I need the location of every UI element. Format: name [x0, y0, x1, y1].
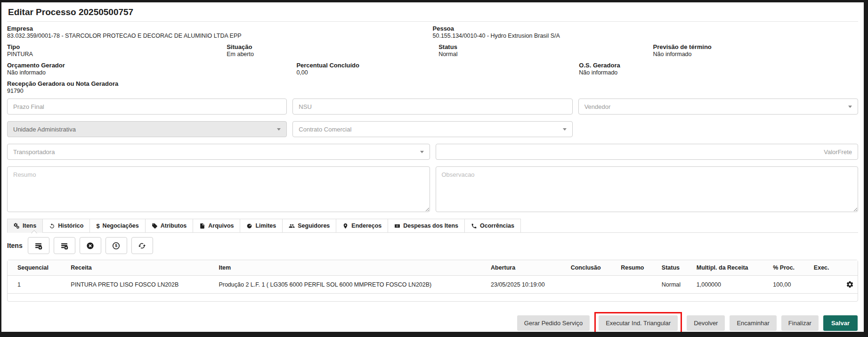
items-heading: Itens — [7, 242, 23, 249]
cogs-icon — [14, 223, 20, 229]
cell-status: Normal — [658, 276, 693, 294]
resumo-textarea[interactable] — [7, 166, 430, 212]
previsao-label: Previsão de término — [653, 43, 858, 50]
recepcao-label: Recepção Geradora ou Nota Geradora — [7, 80, 858, 87]
transportadora-select[interactable]: Transportadora — [7, 144, 430, 160]
col-sequencial: Sequencial — [8, 260, 67, 276]
status-label: Status — [438, 43, 653, 50]
edit-process-page: Editar Processo 20250500757 Empresa 83.0… — [1, 2, 864, 332]
col-exec: Exec. — [810, 260, 858, 276]
valor-frete-input[interactable] — [436, 144, 859, 160]
recepcao-value: 91790 — [7, 88, 858, 95]
tab-itens[interactable]: Itens — [7, 219, 43, 233]
cell-exec — [810, 276, 858, 294]
process-info: Empresa 83.032.359/0001-78 - STARCOLOR P… — [7, 25, 858, 95]
tab-seguidores-label: Seguidores — [298, 222, 330, 229]
encaminhar-button[interactable]: Encaminhar — [730, 315, 776, 331]
vendedor-select[interactable]: Vendedor — [578, 99, 858, 115]
items-table: Sequencial Receita Item Abertura Conclus… — [8, 260, 858, 294]
prazo-final-input[interactable] — [7, 99, 287, 115]
os-geradora-value: Não informado — [579, 69, 858, 76]
tab-ocorrencias[interactable]: Ocorrências — [464, 219, 521, 233]
items-table-panel: Sequencial Receita Item Abertura Conclus… — [7, 260, 858, 302]
field-orcamento-gerador: Orçamento Gerador Não informado — [7, 62, 296, 76]
money-icon — [394, 223, 400, 229]
tab-despesas-dos-itens[interactable]: Despesas dos Itens — [388, 219, 465, 233]
empresa-label: Empresa — [7, 25, 433, 32]
unidade-administrativa-select[interactable]: Unidade Administrativa — [7, 121, 287, 137]
field-percentual-concluido: Percentual Concluído 0,00 — [296, 62, 579, 76]
add-rows-icon — [60, 242, 68, 250]
col-status: Status — [658, 260, 693, 276]
percentual-label: Percentual Concluído — [296, 62, 579, 69]
tab-historico[interactable]: Histórico — [42, 219, 90, 233]
page-title: Editar Processo 20250500757 — [7, 2, 858, 22]
tab-atributos-label: Atributos — [161, 222, 187, 229]
process-tabs: Itens Histórico $ Negociações Atributos … — [7, 219, 858, 233]
field-os-geradora: O.S. Geradora Não informado — [579, 62, 858, 76]
nsu-input[interactable] — [292, 99, 572, 115]
chevron-down-icon — [848, 106, 852, 108]
os-geradora-label: O.S. Geradora — [579, 62, 858, 69]
tab-itens-label: Itens — [23, 222, 36, 229]
table-row[interactable]: 1 PINTURA PRETO LISO FOSCO LN202B Produç… — [8, 276, 858, 294]
cell-multipl: 1,000000 — [693, 276, 769, 294]
tab-limites-label: Limites — [255, 222, 276, 229]
tab-negociacoes[interactable]: $ Negociações — [89, 219, 145, 233]
contrato-comercial-placeholder: Contrato Comercial — [299, 126, 351, 133]
tab-arquivos-label: Arquivos — [208, 222, 234, 229]
tab-negociacoes-label: Negociações — [103, 222, 139, 229]
cell-conclusao — [567, 276, 617, 294]
highlight-annotation-box: Executar Ind. Triangular — [594, 312, 682, 332]
orcamento-label: Orçamento Gerador — [7, 62, 296, 69]
add-rows-icon — [34, 242, 42, 250]
tab-historico-label: Histórico — [58, 222, 83, 229]
cell-proc: 100,00 — [769, 276, 810, 294]
col-conclusao: Conclusão — [567, 260, 617, 276]
col-multipl: Multipl. da Receita — [693, 260, 769, 276]
field-empresa: Empresa 83.032.359/0001-78 - STARCOLOR P… — [7, 25, 433, 40]
field-previsao-termino: Previsão de término Não informado — [653, 43, 858, 58]
vendedor-select-placeholder: Vendedor — [584, 103, 611, 110]
orcamento-value: Não informado — [7, 69, 296, 76]
gear-icon[interactable] — [846, 280, 854, 288]
tipo-label: Tipo — [7, 43, 227, 50]
col-receita: Receita — [67, 260, 215, 276]
map-marker-icon — [342, 223, 349, 229]
tab-enderecos[interactable]: Endereços — [336, 219, 388, 233]
tipo-value: PINTURA — [7, 51, 227, 58]
field-situacao: Situação Em aberto — [227, 43, 438, 58]
remove-item-button[interactable] — [80, 237, 101, 254]
contrato-comercial-select[interactable]: Contrato Comercial — [292, 121, 572, 137]
cell-receita: PINTURA PRETO LISO FOSCO LN202B — [67, 276, 215, 294]
col-item: Item — [215, 260, 487, 276]
cell-resumo — [617, 276, 658, 294]
tab-despesas-label: Despesas dos Itens — [403, 222, 458, 229]
chevron-down-icon — [420, 151, 424, 153]
refresh-items-button[interactable] — [131, 237, 153, 254]
tab-atributos[interactable]: Atributos — [145, 219, 194, 233]
executar-ind-triangular-button[interactable]: Executar Ind. Triangular — [599, 315, 678, 331]
item-price-button[interactable] — [105, 237, 127, 254]
transportadora-placeholder: Transportadora — [13, 148, 55, 156]
salvar-button[interactable]: Salvar — [823, 315, 858, 331]
add-item-button[interactable] — [28, 237, 49, 254]
items-toolbar: Itens — [7, 237, 858, 254]
footer-actions: Gerar Pedido Serviço Executar Ind. Trian… — [7, 312, 858, 332]
empresa-value: 83.032.359/0001-78 - STARCOLOR PROTECAO … — [7, 33, 433, 40]
cell-abertura: 23/05/2025 10:19:00 — [487, 276, 567, 294]
add-item-alt-button[interactable] — [54, 237, 75, 254]
tab-limites[interactable]: Limites — [240, 219, 283, 233]
table-header-row: Sequencial Receita Item Abertura Conclus… — [8, 260, 858, 276]
finalizar-button[interactable]: Finalizar — [781, 315, 819, 331]
field-pessoa: Pessoa 50.155.134/0010-40 - Hydro Extrus… — [433, 25, 859, 40]
field-tipo: Tipo PINTURA — [7, 43, 227, 58]
cell-sequencial: 1 — [8, 276, 67, 294]
col-proc: % Proc. — [769, 260, 810, 276]
tab-seguidores[interactable]: Seguidores — [282, 219, 336, 233]
gerar-pedido-servico-button[interactable]: Gerar Pedido Serviço — [517, 315, 590, 331]
tab-arquivos[interactable]: Arquivos — [193, 219, 240, 233]
tab-ocorrencias-label: Ocorrências — [480, 222, 514, 229]
devolver-button[interactable]: Devolver — [687, 315, 725, 331]
observacao-textarea[interactable] — [436, 166, 859, 212]
